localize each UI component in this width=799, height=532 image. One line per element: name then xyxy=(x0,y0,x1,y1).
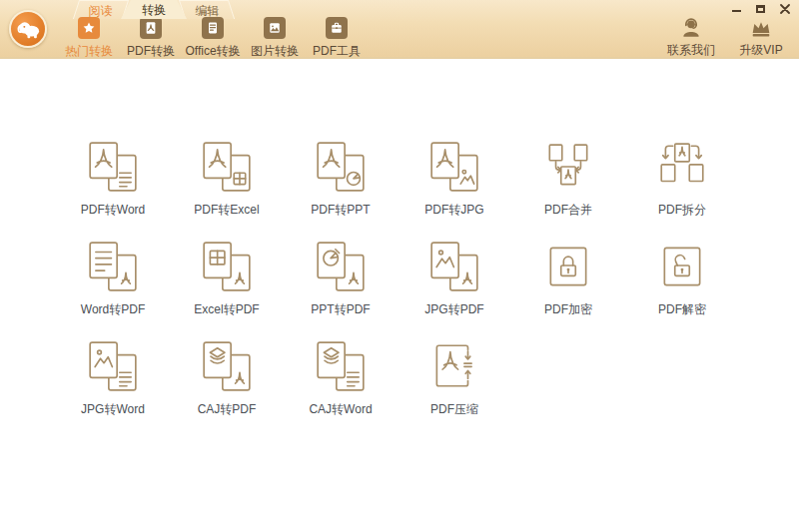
feature-ppt-to-pdf[interactable]: PPT转PDF xyxy=(284,240,398,339)
toolbar-item-label: Office转换 xyxy=(185,43,240,60)
toolbar-item-pdf-tools[interactable]: PDF工具 xyxy=(306,17,368,60)
pdf-file-icon xyxy=(140,17,162,39)
feature-label: JPG转Word xyxy=(81,401,145,418)
feature-grid: PDF转Word PDF转Excel PDF转PPT PDF转JPG PDF合并… xyxy=(56,140,739,439)
feature-label: Word转PDF xyxy=(81,301,145,318)
feature-label: PDF转Excel xyxy=(194,202,259,219)
feature-pdf-encrypt[interactable]: PDF加密 xyxy=(511,240,625,339)
feature-label: PPT转PDF xyxy=(311,301,370,318)
contact-us-button[interactable]: 联系我们 xyxy=(663,16,719,59)
toolbar: 热门转换 PDF转换 Office转换 xyxy=(58,17,368,60)
star-icon xyxy=(78,17,100,39)
toolbox-icon xyxy=(326,17,348,39)
upgrade-vip-label: 升级VIP xyxy=(739,42,782,59)
caj-to-pdf-icon xyxy=(200,339,254,393)
feature-pdf-decrypt[interactable]: PDF解密 xyxy=(625,240,739,339)
feature-label: JPG转PDF xyxy=(424,301,483,318)
toolbar-item-hot-convert[interactable]: 热门转换 xyxy=(58,17,120,60)
pdf-encrypt-icon xyxy=(541,240,595,293)
window-controls xyxy=(730,3,791,14)
elephant-mascot-icon xyxy=(14,15,42,43)
pdf-compress-icon xyxy=(427,339,481,393)
feature-pdf-to-ppt[interactable]: PDF转PPT xyxy=(284,140,398,240)
maximize-button[interactable] xyxy=(754,3,767,14)
toolbar-item-image-convert[interactable]: 图片转换 xyxy=(244,17,306,60)
feature-word-to-pdf[interactable]: Word转PDF xyxy=(56,240,170,339)
toolbar-item-office-convert[interactable]: Office转换 xyxy=(182,17,244,60)
office-doc-icon xyxy=(202,17,224,39)
minimize-button[interactable] xyxy=(730,3,743,14)
feature-excel-to-pdf[interactable]: Excel转PDF xyxy=(170,240,284,339)
feature-pdf-to-word[interactable]: PDF转Word xyxy=(56,140,170,240)
feature-label: PDF合并 xyxy=(544,202,592,219)
feature-label: PDF压缩 xyxy=(430,401,478,418)
tab-convert[interactable]: 转换 xyxy=(121,0,187,19)
excel-to-pdf-icon xyxy=(200,240,254,293)
pdf-to-excel-icon xyxy=(200,140,254,194)
feature-label: Excel转PDF xyxy=(194,301,259,318)
feature-pdf-split[interactable]: PDF拆分 xyxy=(625,140,739,240)
pdf-to-word-icon xyxy=(86,140,140,194)
upgrade-vip-button[interactable]: 升级VIP xyxy=(733,16,789,59)
feature-label: CAJ转PDF xyxy=(198,401,257,418)
feature-label: PDF转Word xyxy=(81,202,145,219)
word-to-pdf-icon xyxy=(86,240,140,293)
toolbar-item-label: 图片转换 xyxy=(251,43,299,60)
crown-icon xyxy=(749,16,773,40)
close-button[interactable] xyxy=(778,3,791,14)
feature-jpg-to-pdf[interactable]: JPG转PDF xyxy=(398,240,511,339)
headset-person-icon xyxy=(679,16,703,40)
jpg-to-word-icon xyxy=(86,339,140,393)
tab-convert-label: 转换 xyxy=(142,3,166,17)
feature-label: PDF转JPG xyxy=(424,202,483,219)
feature-pdf-to-excel[interactable]: PDF转Excel xyxy=(170,140,284,240)
feature-caj-to-pdf[interactable]: CAJ转PDF xyxy=(170,339,284,439)
pdf-to-ppt-icon xyxy=(314,140,368,194)
jpg-to-pdf-icon xyxy=(427,240,481,293)
pdf-to-jpg-icon xyxy=(427,140,481,194)
close-icon xyxy=(780,4,790,14)
image-file-icon xyxy=(264,17,286,39)
ppt-to-pdf-icon xyxy=(314,240,368,293)
feature-pdf-compress[interactable]: PDF压缩 xyxy=(398,339,511,439)
feature-label: CAJ转Word xyxy=(309,401,372,418)
feature-label: PDF转PPT xyxy=(311,202,370,219)
title-bar: 阅读 转换 编辑 热门转换 xyxy=(0,0,799,59)
pdf-split-icon xyxy=(655,140,709,194)
feature-label: PDF加密 xyxy=(544,301,592,318)
feature-jpg-to-word[interactable]: JPG转Word xyxy=(56,339,170,439)
toolbar-item-label: PDF转换 xyxy=(127,43,175,60)
app-logo[interactable] xyxy=(9,10,47,48)
feature-pdf-to-jpg[interactable]: PDF转JPG xyxy=(398,140,511,240)
maximize-icon xyxy=(756,5,765,13)
header-right-group: 联系我们 升级VIP xyxy=(663,16,789,59)
feature-label: PDF解密 xyxy=(658,301,706,318)
pdf-merge-icon xyxy=(541,140,595,194)
pdf-decrypt-icon xyxy=(655,240,709,293)
toolbar-item-pdf-convert[interactable]: PDF转换 xyxy=(120,17,182,60)
contact-us-label: 联系我们 xyxy=(667,42,715,59)
feature-pdf-merge[interactable]: PDF合并 xyxy=(511,140,625,240)
caj-to-word-icon xyxy=(314,339,368,393)
toolbar-item-label: 热门转换 xyxy=(65,43,113,60)
toolbar-item-label: PDF工具 xyxy=(313,43,361,60)
minimize-icon xyxy=(732,10,741,12)
feature-caj-to-word[interactable]: CAJ转Word xyxy=(284,339,398,439)
feature-label: PDF拆分 xyxy=(658,202,706,219)
